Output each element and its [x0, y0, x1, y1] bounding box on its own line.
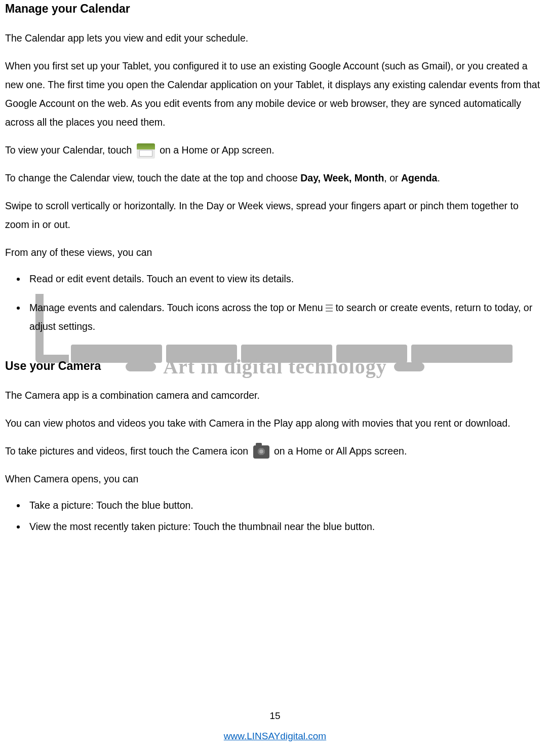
list-item: Manage events and calendars. Touch icons…	[26, 298, 545, 336]
list-item: View the most recently taken picture: To…	[26, 517, 545, 536]
body-text: To take pictures and videos, first touch…	[5, 442, 545, 461]
list-item: Read or edit event details. Touch an eve…	[26, 269, 545, 288]
body-text: The Camera app is a combination camera a…	[5, 386, 545, 405]
body-text: Swipe to scroll vertically or horizontal…	[5, 197, 545, 234]
section-heading-calendar: Manage your Calendar	[5, 2, 545, 16]
bullet-list: Read or edit event details. Touch an eve…	[5, 269, 545, 335]
footer-link[interactable]: www.LINSAYdigital.com	[224, 731, 326, 741]
calendar-icon	[137, 143, 155, 159]
body-text: To change the Calendar view, touch the d…	[5, 169, 545, 187]
list-item: Take a picture: Touch the blue button.	[26, 496, 545, 515]
body-text: To view your Calendar, touch on a Home o…	[5, 141, 545, 160]
menu-icon	[326, 305, 333, 312]
body-text: The Calendar app lets you view and edit …	[5, 29, 545, 48]
body-text: When you first set up your Tablet, you c…	[5, 57, 545, 132]
page-number: 15	[0, 710, 550, 722]
body-text: You can view photos and videos you take …	[5, 414, 545, 433]
section-heading-camera: Use your Camera	[5, 359, 545, 373]
camera-icon	[253, 445, 269, 459]
page-footer: 15 www.LINSAYdigital.com	[0, 710, 550, 742]
body-text: When Camera opens, you can	[5, 470, 545, 488]
body-text: From any of these views, you can	[5, 243, 545, 262]
bullet-list: Take a picture: Touch the blue button. V…	[5, 496, 545, 536]
